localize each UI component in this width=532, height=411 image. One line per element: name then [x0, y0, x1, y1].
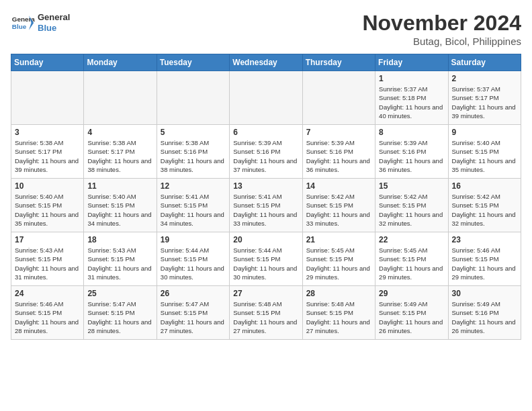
calendar-header-row: SundayMondayTuesdayWednesdayThursdayFrid… [11, 54, 521, 71]
svg-text:Blue: Blue [12, 23, 27, 30]
calendar-cell: 16Sunrise: 5:42 AMSunset: 5:15 PMDayligh… [448, 179, 521, 232]
day-number: 12 [161, 181, 226, 191]
day-header-wednesday: Wednesday [230, 54, 302, 71]
day-number: 17 [15, 235, 80, 244]
day-info: Sunrise: 5:47 AMSunset: 5:15 PMDaylight:… [87, 300, 152, 335]
calendar-cell: 28Sunrise: 5:48 AMSunset: 5:15 PMDayligh… [302, 286, 375, 340]
calendar-cell: 30Sunrise: 5:49 AMSunset: 5:16 PMDayligh… [448, 286, 521, 340]
title-area: November 2024 Butag, Bicol, Philippines [362, 11, 521, 47]
calendar-cell: 20Sunrise: 5:44 AMSunset: 5:15 PMDayligh… [230, 232, 302, 286]
day-header-sunday: Sunday [11, 54, 84, 71]
logo-icon: General Blue [11, 11, 35, 35]
day-info: Sunrise: 5:43 AMSunset: 5:15 PMDaylight:… [15, 246, 80, 281]
day-number: 29 [379, 289, 444, 298]
day-number: 24 [15, 289, 80, 298]
day-number: 21 [306, 235, 371, 244]
calendar-cell: 15Sunrise: 5:42 AMSunset: 5:15 PMDayligh… [375, 179, 448, 232]
day-number: 27 [233, 289, 298, 298]
calendar-week-4: 17Sunrise: 5:43 AMSunset: 5:15 PMDayligh… [11, 232, 521, 286]
day-header-thursday: Thursday [302, 54, 375, 71]
calendar-cell: 14Sunrise: 5:42 AMSunset: 5:15 PMDayligh… [302, 179, 375, 232]
calendar-cell [302, 71, 375, 125]
day-header-tuesday: Tuesday [157, 54, 229, 71]
logo-text: General Blue [38, 12, 70, 33]
calendar-cell: 8Sunrise: 5:39 AMSunset: 5:16 PMDaylight… [375, 125, 448, 179]
calendar-cell: 3Sunrise: 5:38 AMSunset: 5:17 PMDaylight… [11, 125, 84, 179]
day-info: Sunrise: 5:48 AMSunset: 5:15 PMDaylight:… [233, 300, 298, 335]
day-info: Sunrise: 5:39 AMSunset: 5:16 PMDaylight:… [306, 138, 371, 174]
day-info: Sunrise: 5:42 AMSunset: 5:15 PMDaylight:… [379, 192, 444, 228]
day-number: 20 [233, 235, 298, 244]
day-info: Sunrise: 5:44 AMSunset: 5:15 PMDaylight:… [161, 246, 226, 281]
day-header-friday: Friday [375, 54, 448, 71]
day-number: 2 [452, 74, 517, 83]
day-info: Sunrise: 5:42 AMSunset: 5:15 PMDaylight:… [452, 192, 517, 228]
header: General Blue General Blue November 2024 … [11, 11, 521, 47]
calendar-cell: 2Sunrise: 5:37 AMSunset: 5:17 PMDaylight… [448, 71, 521, 125]
calendar-body: 1Sunrise: 5:37 AMSunset: 5:18 PMDaylight… [11, 71, 521, 340]
day-number: 10 [15, 181, 80, 191]
day-number: 4 [87, 128, 152, 137]
calendar: SundayMondayTuesdayWednesdayThursdayFrid… [11, 54, 521, 340]
day-info: Sunrise: 5:44 AMSunset: 5:15 PMDaylight:… [233, 246, 298, 281]
day-info: Sunrise: 5:38 AMSunset: 5:17 PMDaylight:… [15, 138, 80, 174]
calendar-cell: 29Sunrise: 5:49 AMSunset: 5:15 PMDayligh… [375, 286, 448, 340]
day-number: 7 [306, 128, 371, 137]
calendar-cell [11, 71, 84, 125]
day-info: Sunrise: 5:45 AMSunset: 5:15 PMDaylight:… [306, 246, 371, 281]
day-info: Sunrise: 5:40 AMSunset: 5:15 PMDaylight:… [452, 138, 517, 174]
day-number: 14 [306, 181, 371, 191]
day-number: 30 [452, 289, 517, 298]
day-info: Sunrise: 5:45 AMSunset: 5:15 PMDaylight:… [379, 246, 444, 281]
calendar-cell: 24Sunrise: 5:46 AMSunset: 5:15 PMDayligh… [11, 286, 84, 340]
logo: General Blue General Blue [11, 11, 70, 35]
calendar-cell: 26Sunrise: 5:47 AMSunset: 5:15 PMDayligh… [157, 286, 229, 340]
day-info: Sunrise: 5:46 AMSunset: 5:15 PMDaylight:… [15, 300, 80, 335]
calendar-cell: 21Sunrise: 5:45 AMSunset: 5:15 PMDayligh… [302, 232, 375, 286]
day-number: 6 [233, 128, 298, 137]
calendar-cell: 1Sunrise: 5:37 AMSunset: 5:18 PMDaylight… [375, 71, 448, 125]
day-number: 22 [379, 235, 444, 244]
day-number: 1 [379, 74, 444, 83]
day-number: 8 [379, 128, 444, 137]
day-number: 9 [452, 128, 517, 137]
calendar-cell: 7Sunrise: 5:39 AMSunset: 5:16 PMDaylight… [302, 125, 375, 179]
day-number: 19 [161, 235, 226, 244]
calendar-cell: 19Sunrise: 5:44 AMSunset: 5:15 PMDayligh… [157, 232, 229, 286]
calendar-cell: 23Sunrise: 5:46 AMSunset: 5:15 PMDayligh… [448, 232, 521, 286]
day-info: Sunrise: 5:42 AMSunset: 5:15 PMDaylight:… [306, 192, 371, 228]
calendar-cell: 5Sunrise: 5:38 AMSunset: 5:16 PMDaylight… [157, 125, 229, 179]
calendar-cell [230, 71, 302, 125]
day-number: 11 [87, 181, 152, 191]
day-info: Sunrise: 5:39 AMSunset: 5:16 PMDaylight:… [379, 138, 444, 174]
calendar-cell: 6Sunrise: 5:39 AMSunset: 5:16 PMDaylight… [230, 125, 302, 179]
day-number: 25 [87, 289, 152, 298]
day-number: 3 [15, 128, 80, 137]
day-info: Sunrise: 5:43 AMSunset: 5:15 PMDaylight:… [87, 246, 152, 281]
day-number: 15 [379, 181, 444, 191]
day-number: 28 [306, 289, 371, 298]
day-info: Sunrise: 5:38 AMSunset: 5:16 PMDaylight:… [161, 138, 226, 174]
day-number: 13 [233, 181, 298, 191]
day-info: Sunrise: 5:39 AMSunset: 5:16 PMDaylight:… [233, 138, 298, 174]
calendar-cell [157, 71, 229, 125]
day-number: 23 [452, 235, 517, 244]
day-info: Sunrise: 5:49 AMSunset: 5:15 PMDaylight:… [379, 300, 444, 335]
calendar-cell: 17Sunrise: 5:43 AMSunset: 5:15 PMDayligh… [11, 232, 84, 286]
day-info: Sunrise: 5:40 AMSunset: 5:15 PMDaylight:… [87, 192, 152, 228]
calendar-week-5: 24Sunrise: 5:46 AMSunset: 5:15 PMDayligh… [11, 286, 521, 340]
calendar-week-1: 1Sunrise: 5:37 AMSunset: 5:18 PMDaylight… [11, 71, 521, 125]
calendar-cell [84, 71, 157, 125]
calendar-cell: 11Sunrise: 5:40 AMSunset: 5:15 PMDayligh… [84, 179, 157, 232]
day-info: Sunrise: 5:40 AMSunset: 5:15 PMDaylight:… [15, 192, 80, 228]
day-header-saturday: Saturday [448, 54, 521, 71]
day-number: 5 [161, 128, 226, 137]
calendar-week-2: 3Sunrise: 5:38 AMSunset: 5:17 PMDaylight… [11, 125, 521, 179]
calendar-cell: 27Sunrise: 5:48 AMSunset: 5:15 PMDayligh… [230, 286, 302, 340]
day-info: Sunrise: 5:46 AMSunset: 5:15 PMDaylight:… [452, 246, 517, 281]
day-number: 26 [161, 289, 226, 298]
month-title: November 2024 [362, 11, 521, 36]
calendar-cell: 9Sunrise: 5:40 AMSunset: 5:15 PMDaylight… [448, 125, 521, 179]
calendar-cell: 13Sunrise: 5:41 AMSunset: 5:15 PMDayligh… [230, 179, 302, 232]
day-number: 16 [452, 181, 517, 191]
